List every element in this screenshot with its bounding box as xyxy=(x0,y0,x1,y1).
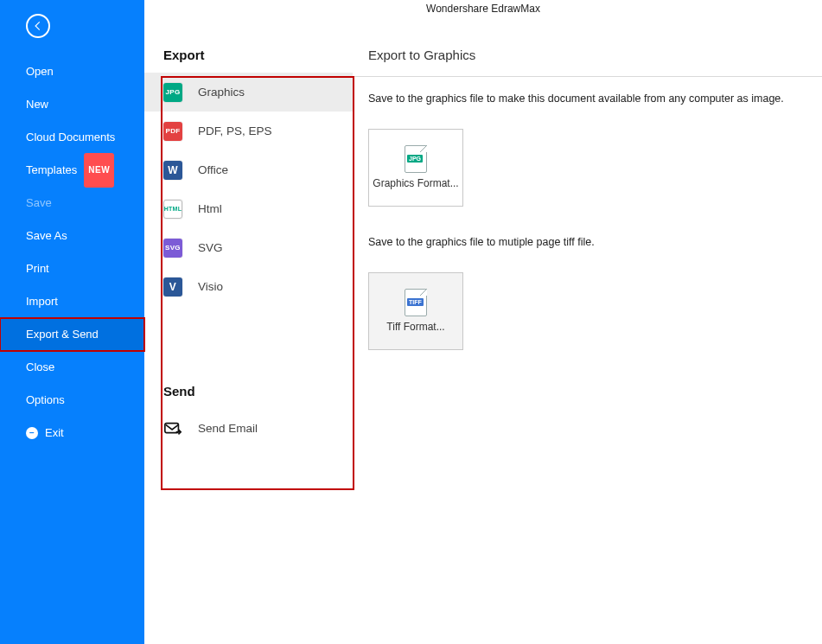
export-item-graphics[interactable]: JPG Graphics xyxy=(144,73,353,112)
sidebar-item-import[interactable]: Import xyxy=(0,285,144,318)
sidebar-item-close[interactable]: Close xyxy=(0,351,144,384)
export-item-label: Office xyxy=(198,163,228,176)
svg-icon: SVG xyxy=(163,239,182,258)
mail-icon xyxy=(163,419,182,438)
sidebar-item-label: Save As xyxy=(26,220,67,252)
export-item-label: Html xyxy=(198,202,222,215)
graphics-description: Save to the graphics file to make this d… xyxy=(368,92,806,105)
sidebar-item-new[interactable]: New xyxy=(0,88,144,121)
sidebar-item-label: Print xyxy=(26,252,49,285)
export-section-title: Export xyxy=(144,48,353,73)
new-badge: NEW xyxy=(84,153,114,188)
exit-icon: − xyxy=(26,427,38,439)
export-item-visio[interactable]: V Visio xyxy=(144,267,353,306)
export-item-label: SVG xyxy=(198,241,223,254)
sidebar-item-export-send[interactable]: Export & Send xyxy=(0,318,144,351)
sidebar-item-print[interactable]: Print xyxy=(0,252,144,285)
sidebar-item-label: Open xyxy=(26,55,54,88)
sidebar-item-label: Cloud Documents xyxy=(26,121,115,154)
export-item-html[interactable]: HTML Html xyxy=(144,189,353,228)
send-item-label: Send Email xyxy=(198,422,258,435)
sidebar-item-save: Save xyxy=(0,187,144,220)
back-button[interactable] xyxy=(26,14,50,38)
tiff-description: Save to the graphics file to mutiple pag… xyxy=(368,236,806,248)
sidebar-item-label: Options xyxy=(26,384,65,417)
export-item-label: Visio xyxy=(198,280,223,293)
tiff-format-button[interactable]: TIFF Tiff Format... xyxy=(368,272,463,350)
arrow-left-icon xyxy=(32,20,44,32)
sidebar-item-exit[interactable]: − Exit xyxy=(0,417,144,450)
word-icon: W xyxy=(163,161,182,180)
html-icon: HTML xyxy=(163,200,182,219)
export-item-pdf[interactable]: PDF PDF, PS, EPS xyxy=(144,112,353,150)
graphics-format-button[interactable]: JPG Graphics Format... xyxy=(368,129,463,207)
sidebar-item-label: Save xyxy=(26,187,52,220)
sidebar-item-cloud-documents[interactable]: Cloud Documents xyxy=(0,121,144,154)
sidebar-item-label: Exit xyxy=(45,417,64,450)
export-item-office[interactable]: W Office xyxy=(144,150,353,189)
sidebar-item-label: Close xyxy=(26,351,54,384)
send-item-email[interactable]: Send Email xyxy=(144,409,353,448)
sidebar-item-templates[interactable]: Templates NEW xyxy=(0,154,144,187)
option-caption: Tiff Format... xyxy=(386,322,444,334)
option-caption: Graphics Format... xyxy=(373,178,458,190)
sidebar-item-save-as[interactable]: Save As xyxy=(0,220,144,252)
send-section-title: Send xyxy=(144,384,353,409)
sidebar-item-label: Import xyxy=(26,285,58,318)
sidebar-item-label: New xyxy=(26,88,48,121)
file-jpg-icon: JPG xyxy=(405,145,427,173)
export-detail-pane: Export to Graphics Save to the graphics … xyxy=(353,0,822,644)
export-item-svg[interactable]: SVG SVG xyxy=(144,228,353,267)
export-item-label: Graphics xyxy=(198,86,245,99)
send-list: Send Email xyxy=(144,409,353,448)
export-send-column: Export JPG Graphics PDF PDF, PS, EPS W O… xyxy=(144,0,353,644)
sidebar-item-label: Export & Send xyxy=(26,318,99,351)
divider xyxy=(353,76,822,77)
sidebar-item-open[interactable]: Open xyxy=(0,55,144,88)
detail-title: Export to Graphics xyxy=(368,48,806,62)
export-item-label: PDF, PS, EPS xyxy=(198,124,272,137)
jpg-icon: JPG xyxy=(163,83,182,102)
sidebar-item-label: Templates xyxy=(26,154,77,187)
pdf-icon: PDF xyxy=(163,122,182,141)
sidebar-item-options[interactable]: Options xyxy=(0,384,144,417)
visio-icon: V xyxy=(163,277,182,296)
file-tiff-icon: TIFF xyxy=(405,289,427,316)
export-list: JPG Graphics PDF PDF, PS, EPS W Office H… xyxy=(144,73,353,306)
app-title: Wondershare EdrawMax xyxy=(144,3,822,15)
file-sidebar: Open New Cloud Documents Templates NEW S… xyxy=(0,0,144,644)
